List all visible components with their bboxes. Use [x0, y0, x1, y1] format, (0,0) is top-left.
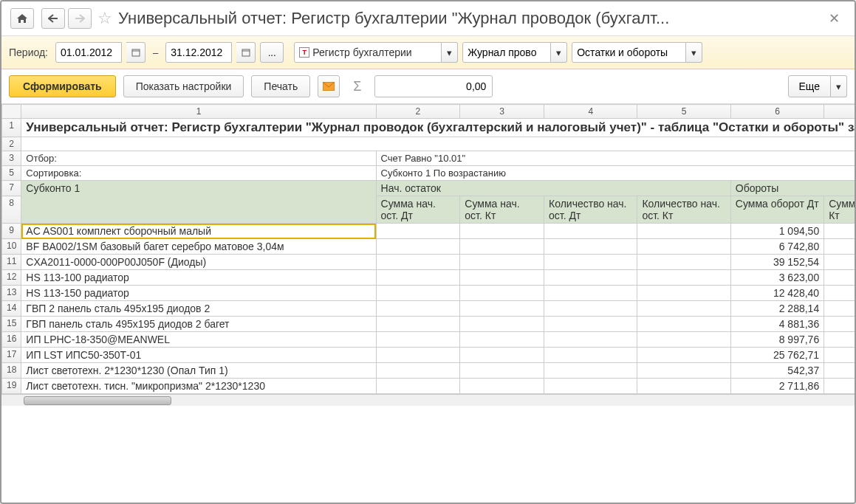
more-button[interactable]: Еще	[788, 75, 832, 97]
cell-ob-dt[interactable]: 2 288,14	[730, 301, 824, 317]
cell-sum-nach-dt[interactable]	[376, 239, 460, 255]
cell-qty-nach-dt[interactable]	[544, 270, 637, 286]
table-row[interactable]: 12HS 113-100 радиатор3 623,00	[2, 270, 855, 286]
cell-sum-nach-dt[interactable]	[376, 286, 460, 301]
cell-sum-nach-dt[interactable]	[376, 270, 460, 286]
cell-sum-nach-dt[interactable]	[376, 332, 460, 348]
cell-qty-nach-dt[interactable]	[544, 332, 637, 348]
chevron-down-icon[interactable]: ▾	[686, 42, 702, 63]
mail-button[interactable]	[318, 75, 340, 97]
cell-ob-kt[interactable]: 4 764,	[824, 286, 855, 301]
cell-ob-dt[interactable]: 3 623,00	[730, 270, 824, 286]
home-button[interactable]	[10, 8, 34, 29]
cell-qty-nach-kt[interactable]	[637, 348, 730, 363]
cell-name[interactable]: ГВП 2 панель сталь 495х195 диодов 2	[21, 301, 376, 317]
cell-ob-dt[interactable]: 25 762,71	[730, 348, 824, 363]
cell-qty-nach-kt[interactable]	[637, 379, 730, 394]
period-dialog-button[interactable]: ...	[260, 42, 284, 63]
cell-qty-nach-dt[interactable]	[544, 301, 637, 317]
print-button[interactable]: Печать	[251, 75, 310, 97]
report-area[interactable]: 1 2 3 4 5 6 7 1 Универсальный отчет: Рег…	[1, 104, 855, 503]
cell-ob-kt[interactable]	[824, 224, 855, 239]
settings-button[interactable]: Показать настройки	[123, 75, 244, 97]
cell-ob-kt[interactable]: 438,	[824, 332, 855, 348]
cell-sum-nach-kt[interactable]	[460, 239, 544, 255]
generate-button[interactable]: Сформировать	[9, 75, 116, 97]
cell-sum-nach-dt[interactable]	[376, 348, 460, 363]
cell-sum-nach-kt[interactable]	[460, 332, 544, 348]
table-row[interactable]: 13HS 113-150 радиатор12 428,404 764,	[2, 286, 855, 301]
cell-ob-dt[interactable]: 1 094,50	[730, 224, 824, 239]
cell-qty-nach-kt[interactable]	[637, 301, 730, 317]
table-row[interactable]: 14ГВП 2 панель сталь 495х195 диодов 22 2…	[2, 301, 855, 317]
date-to-input[interactable]	[165, 42, 232, 63]
close-icon[interactable]: ✕	[823, 7, 846, 30]
cell-name[interactable]: Лист светотехн. тисн. "микропризма" 2*12…	[21, 379, 376, 394]
cell-qty-nach-kt[interactable]	[637, 286, 730, 301]
scrollbar-thumb[interactable]	[24, 396, 171, 405]
cell-ob-kt[interactable]: 18 010,	[824, 255, 855, 270]
cell-ob-kt[interactable]	[824, 363, 855, 379]
table-row[interactable]: 19Лист светотехн. тисн. "микропризма" 2*…	[2, 379, 855, 394]
cell-ob-dt[interactable]: 542,37	[730, 363, 824, 379]
cell-qty-nach-dt[interactable]	[544, 286, 637, 301]
cell-qty-nach-dt[interactable]	[544, 363, 637, 379]
sum-input[interactable]	[374, 75, 493, 97]
more-dropdown[interactable]: ▾	[831, 75, 847, 97]
cell-sum-nach-dt[interactable]	[376, 255, 460, 270]
date-from-picker[interactable]	[126, 42, 145, 63]
cell-sum-nach-kt[interactable]	[460, 363, 544, 379]
cell-ob-kt[interactable]: 1 084,	[824, 379, 855, 394]
back-button[interactable]	[41, 8, 65, 29]
horizontal-scrollbar[interactable]	[1, 394, 855, 406]
cell-sum-nach-kt[interactable]	[460, 270, 544, 286]
table-row[interactable]: 11CXA2011-0000-000P00J050F (Диоды)39 152…	[2, 255, 855, 270]
chevron-down-icon[interactable]: ▾	[442, 42, 458, 63]
table-row[interactable]: 10BF BA002/1SM базовый багет серебро мат…	[2, 239, 855, 255]
cell-qty-nach-kt[interactable]	[637, 363, 730, 379]
cell-sum-nach-kt[interactable]	[460, 379, 544, 394]
cell-ob-dt[interactable]: 6 742,80	[730, 239, 824, 255]
cell-name[interactable]: HS 113-100 радиатор	[21, 270, 376, 286]
cell-sum-nach-dt[interactable]	[376, 363, 460, 379]
cell-sum-nach-kt[interactable]	[460, 224, 544, 239]
cell-sum-nach-kt[interactable]	[460, 348, 544, 363]
cell-sum-nach-kt[interactable]	[460, 286, 544, 301]
journal-combo[interactable]: ▾	[462, 42, 567, 63]
cell-qty-nach-dt[interactable]	[544, 348, 637, 363]
cell-name[interactable]: ИП LST ИПС50-350Т-01	[21, 348, 376, 363]
cell-qty-nach-kt[interactable]	[637, 270, 730, 286]
cell-ob-dt[interactable]: 2 711,86	[730, 379, 824, 394]
cell-qty-nach-dt[interactable]	[544, 255, 637, 270]
cell-sum-nach-dt[interactable]	[376, 379, 460, 394]
favorite-icon[interactable]: ☆	[97, 9, 112, 28]
table-row[interactable]: 15ГВП панель сталь 495х195 диодов 2 баге…	[2, 317, 855, 332]
mode-combo[interactable]: ▾	[572, 42, 702, 63]
register-type-combo[interactable]: TРегистр бухгалтерии ▾	[294, 42, 458, 63]
table-row[interactable]: 17ИП LST ИПС50-350Т-0125 762,717 084,	[2, 348, 855, 363]
cell-qty-nach-dt[interactable]	[544, 239, 637, 255]
cell-name[interactable]: ГВП панель сталь 495х195 диодов 2 багет	[21, 317, 376, 332]
date-from-input[interactable]	[55, 42, 122, 63]
cell-sum-nach-kt[interactable]	[460, 255, 544, 270]
chevron-down-icon[interactable]: ▾	[551, 42, 567, 63]
cell-name[interactable]: ИП LPHC-18-350@MEANWEL	[21, 332, 376, 348]
mode-value[interactable]	[572, 42, 686, 63]
table-row[interactable]: 18Лист светотехн. 2*1230*1230 (Опал Тип …	[2, 363, 855, 379]
cell-sum-nach-dt[interactable]	[376, 301, 460, 317]
cell-qty-nach-kt[interactable]	[637, 239, 730, 255]
table-row[interactable]: 16ИП LPHC-18-350@MEANWEL8 997,76438,	[2, 332, 855, 348]
cell-ob-kt[interactable]: 2 288,	[824, 301, 855, 317]
cell-name[interactable]: CXA2011-0000-000P00J050F (Диоды)	[21, 255, 376, 270]
cell-qty-nach-dt[interactable]	[544, 224, 637, 239]
cell-ob-dt[interactable]: 12 428,40	[730, 286, 824, 301]
journal-value[interactable]	[462, 42, 551, 63]
cell-name[interactable]: HS 113-150 радиатор	[21, 286, 376, 301]
cell-qty-nach-kt[interactable]	[637, 332, 730, 348]
cell-ob-kt[interactable]	[824, 270, 855, 286]
table-row[interactable]: 9AC AS001 комплект сборочный малый1 094,…	[2, 224, 855, 239]
cell-qty-nach-dt[interactable]	[544, 379, 637, 394]
forward-button[interactable]	[68, 8, 92, 29]
cell-ob-dt[interactable]: 8 997,76	[730, 332, 824, 348]
cell-ob-kt[interactable]: 7 084,	[824, 348, 855, 363]
